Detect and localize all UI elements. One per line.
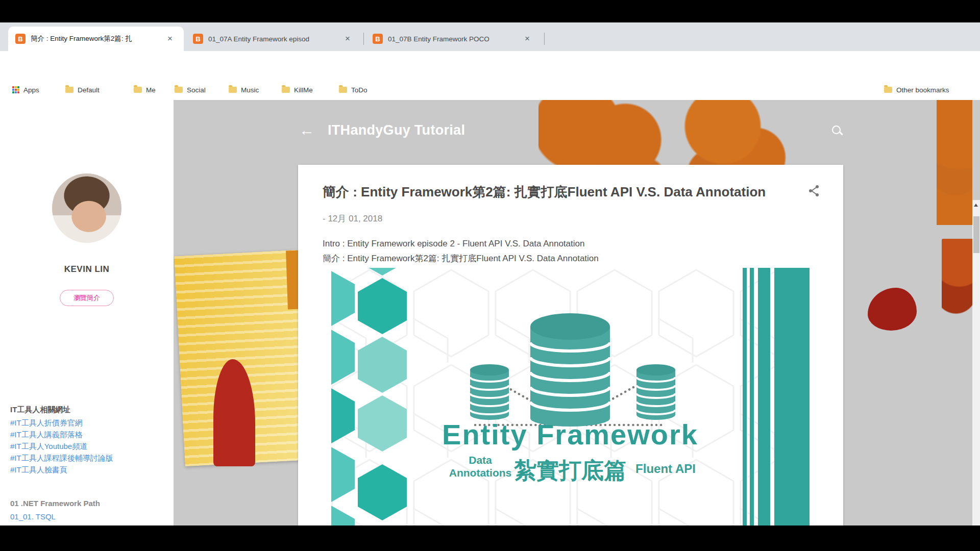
post-image[interactable]: Entity Framework Data Annotations 紮實打底篇 … [331,268,810,525]
teal-bars [743,268,810,525]
blog-header: ← ITHandyGuy Tutorial [174,100,972,149]
tab-2[interactable]: B 01_07A Entity Framework episod × [186,27,362,51]
sidebar-link-youtube[interactable]: #IT工具人Youtube頻道 [10,442,87,452]
other-bookmarks-label: Other bookmarks [896,86,949,94]
bookmark-folder-todo[interactable]: ToDo [339,84,368,96]
post-card: 簡介 : Entity Framework第2篇: 扎實打底Fluent API… [298,165,843,525]
back-arrow-icon[interactable]: ← [299,122,314,138]
post-body: Intro : Entity Framework episode 2 - Flu… [323,236,599,266]
ef-label-data-2: Annotations [449,467,511,479]
tab-separator [363,33,364,45]
window-bottom-frame [0,525,980,551]
share-icon[interactable] [807,184,821,197]
view-profile-button[interactable]: 瀏覽簡介 [60,290,114,306]
apps-grid-icon [12,86,19,93]
bookmark-label: ToDo [351,86,368,94]
folder-icon [229,87,237,93]
red-silhouette [868,288,917,331]
profile-photo[interactable] [52,173,121,243]
blogger-favicon: B [15,34,26,44]
blogger-favicon: B [373,34,383,44]
ef-label-center: 紮實打底篇 [513,458,626,483]
tab-title: 01_07A Entity Framework episod [208,35,338,43]
window-top-frame [0,0,980,22]
red-orange-splash [942,239,972,323]
folder-icon [282,87,290,93]
ef-label-data-1: Data [469,454,492,466]
browser-window: B 簡介 : Entity Framework第2篇: 扎 × B 01_07A… [0,0,980,551]
browser-toolbar: ← → ↻ ⌂ ithandyguytutorial.blogspot.com/… [0,51,980,80]
folder-icon [884,87,892,93]
bookmark-label: KillMe [294,86,313,94]
tab-close-icon[interactable]: × [165,34,175,44]
blog-title[interactable]: ITHandyGuy Tutorial [328,122,465,138]
post-body-line: 簡介 : Entity Framework第2篇: 扎實打底Fluent API… [323,251,599,266]
sidebar-link-notes-blog[interactable]: #IT工具人講義部落格 [10,430,83,440]
ef-title: Entity Framework [442,418,698,450]
bookmark-label: Social [187,86,206,94]
post-body-line: Intro : Entity Framework episode 2 - Flu… [323,236,599,251]
sidebar-link-forum[interactable]: #IT工具人課程課後輔導討論版 [10,454,113,463]
ef-graphic: Entity Framework Data Annotations 紮實打底篇 … [331,268,810,525]
bookmark-folder-social[interactable]: Social [175,84,206,96]
apps-label: Apps [23,86,39,94]
tab-title: 01_07B Entity Framework POCO [388,35,518,43]
tab-separator [544,33,545,45]
scrollbar-thumb[interactable] [973,216,979,253]
search-icon[interactable] [831,124,843,137]
bookmark-folder-music[interactable]: Music [229,84,259,96]
page-viewport: ← ITHandyGuy Tutorial KEVIN LIN 瀏覽簡介 IT工… [0,100,980,525]
bookmark-folder-killme[interactable]: KillMe [282,84,313,96]
post-title: 簡介 : Entity Framework第2篇: 扎實打底Fluent API… [323,183,782,201]
bookmark-label: Music [241,86,259,94]
sidebar-link-coupon[interactable]: #IT工具人折價券官網 [10,418,83,428]
bookmarks-bar: Apps Default Me Social Music KillMe ToDo… [0,80,980,100]
folder-icon [134,87,142,93]
scroll-up-arrow[interactable] [974,204,978,207]
related-links-heading: IT工具人相關網址 [10,405,70,415]
page-scrollbar[interactable] [972,200,980,525]
blogger-favicon: B [193,34,203,44]
bookmark-label: Default [78,86,100,94]
bookmark-folder-me[interactable]: Me [134,84,156,96]
post-date: - 12月 01, 2018 [323,213,382,224]
folder-icon [339,87,347,93]
sidebar-link-facebook[interactable]: #IT工具人臉書頁 [10,465,67,475]
tab-1-active[interactable]: B 簡介 : Entity Framework第2篇: 扎 × [8,27,184,51]
folder-icon [65,87,74,93]
ef-label-fluent: Fluent API [635,462,696,475]
tab-close-icon[interactable]: × [522,34,532,44]
other-bookmarks[interactable]: Other bookmarks [884,84,949,96]
tab-3[interactable]: B 01_07B Entity Framework POCO × [365,27,542,51]
sidebar-link-tsql[interactable]: 01_01. TSQL [10,512,56,521]
bookmark-label: Me [146,86,156,94]
blog-sidebar: KEVIN LIN 瀏覽簡介 IT工具人相關網址 #IT工具人折價券官網 #IT… [0,100,174,525]
profile-name: KEVIN LIN [0,264,174,274]
tab-title: 簡介 : Entity Framework第2篇: 扎 [31,34,161,43]
bookmark-folder-default[interactable]: Default [65,84,100,96]
folder-icon [175,87,183,93]
tab-strip: B 簡介 : Entity Framework第2篇: 扎 × B 01_07A… [0,22,980,51]
tab-close-icon[interactable]: × [342,34,353,44]
apps-shortcut[interactable]: Apps [12,84,39,96]
framework-path-heading: 01 .NET Framework Path [10,499,100,508]
